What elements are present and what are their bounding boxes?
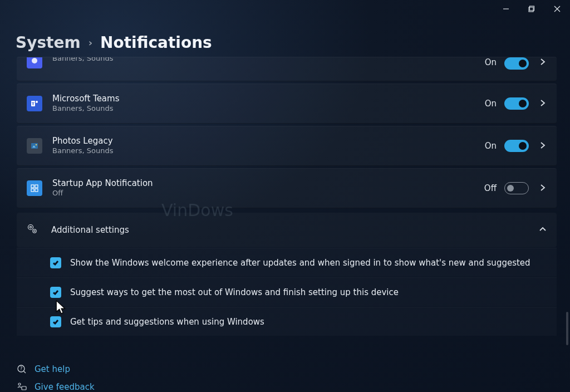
- svg-point-8: [36, 101, 38, 103]
- app-notification-row[interactable]: Photos Legacy Banners, Sounds On: [17, 126, 557, 166]
- maximize-button[interactable]: [519, 0, 544, 18]
- svg-line-21: [24, 371, 26, 374]
- gear-icon: [27, 223, 39, 237]
- svg-point-23: [18, 383, 21, 385]
- scrollbar-thumb[interactable]: [566, 312, 568, 345]
- app-subtitle: Banners, Sounds: [52, 104, 485, 114]
- svg-point-16: [28, 225, 33, 230]
- app-notification-row[interactable]: Banners, Sounds On: [17, 57, 557, 81]
- setting-checkbox-row[interactable]: Show the Windows welcome experience afte…: [17, 248, 557, 277]
- app-icon: [27, 57, 42, 68]
- svg-point-11: [36, 144, 37, 145]
- svg-text:T: T: [32, 102, 35, 106]
- chevron-up-icon: [539, 225, 547, 236]
- breadcrumb: System › Notifications: [16, 33, 212, 52]
- get-help-link[interactable]: ? Get help: [17, 364, 95, 374]
- close-button[interactable]: [544, 0, 570, 18]
- svg-rect-9: [31, 143, 38, 149]
- app-title: Microsoft Teams: [52, 94, 485, 105]
- checkbox-label: Show the Windows welcome experience afte…: [70, 258, 530, 268]
- app-title: Photos Legacy: [52, 136, 485, 147]
- toggle-state-label: Off: [484, 183, 497, 193]
- settings-content: Banners, Sounds On T Microsoft Teams Ban…: [17, 57, 557, 336]
- teams-icon: T: [27, 96, 42, 111]
- toggle-state-label: On: [485, 57, 497, 67]
- svg-point-18: [33, 229, 36, 233]
- svg-point-17: [30, 226, 31, 228]
- link-label: Give feedback: [35, 382, 95, 392]
- app-subtitle: Off: [52, 189, 484, 198]
- svg-rect-24: [22, 386, 26, 390]
- toggle-switch[interactable]: [504, 140, 529, 152]
- toggle-switch[interactable]: [504, 57, 529, 70]
- app-subtitle: Banners, Sounds: [52, 146, 485, 156]
- additional-settings-expander[interactable]: Additional settings: [17, 213, 557, 247]
- svg-rect-15: [35, 189, 38, 192]
- toggle-switch[interactable]: [504, 97, 529, 110]
- breadcrumb-parent[interactable]: System: [16, 33, 81, 52]
- link-label: Get help: [35, 364, 70, 374]
- help-icon: ?: [17, 364, 27, 374]
- window-controls: [493, 0, 570, 18]
- give-feedback-link[interactable]: Give feedback: [17, 382, 95, 392]
- svg-rect-14: [31, 189, 34, 192]
- checkbox[interactable]: [50, 287, 61, 298]
- chevron-right-icon[interactable]: [539, 141, 547, 151]
- checkbox-label: Get tips and suggestions when using Wind…: [70, 317, 264, 327]
- setting-checkbox-row[interactable]: Get tips and suggestions when using Wind…: [17, 307, 557, 336]
- toggle-state-label: On: [485, 99, 497, 109]
- svg-point-5: [32, 58, 37, 63]
- minimize-button[interactable]: [493, 0, 519, 18]
- chevron-right-icon[interactable]: [539, 57, 547, 68]
- toggle-state-label: On: [485, 141, 497, 151]
- feedback-icon: [17, 382, 27, 392]
- setting-checkbox-row[interactable]: Suggest ways to get the most out of Wind…: [17, 277, 557, 306]
- checkbox[interactable]: [50, 257, 61, 268]
- chevron-right-icon[interactable]: [539, 99, 547, 109]
- checkbox[interactable]: [50, 316, 61, 327]
- section-title: Additional settings: [51, 225, 539, 235]
- svg-rect-13: [35, 185, 38, 188]
- svg-text:?: ?: [20, 366, 22, 371]
- footer-links: ? Get help Give feedback: [17, 356, 95, 392]
- app-subtitle: Banners, Sounds: [52, 57, 485, 63]
- chevron-right-icon[interactable]: [539, 183, 547, 194]
- app-notification-row[interactable]: Startup App Notification Off Off: [17, 168, 557, 208]
- app-notification-row[interactable]: T Microsoft Teams Banners, Sounds On: [17, 84, 557, 124]
- photos-icon: [27, 138, 42, 154]
- svg-point-19: [34, 231, 35, 232]
- chevron-right-icon: ›: [89, 37, 92, 48]
- svg-rect-12: [31, 185, 34, 188]
- startup-app-icon: [27, 180, 42, 196]
- checkbox-label: Suggest ways to get the most out of Wind…: [70, 287, 399, 297]
- page-title: Notifications: [100, 33, 212, 52]
- app-title: Startup App Notification: [52, 178, 484, 189]
- toggle-switch[interactable]: [504, 182, 529, 194]
